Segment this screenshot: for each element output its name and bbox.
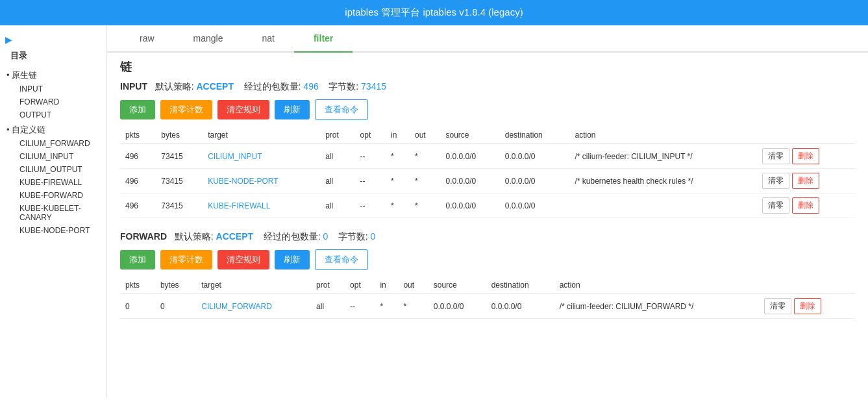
col-destination: destination xyxy=(486,277,554,294)
chain-input: INPUT 默认策略: ACCEPT 经过的包数量: 496 字节数: 7341… xyxy=(120,81,855,218)
cell-pkts: 496 xyxy=(120,144,156,169)
table-row: 0 0 CILIUM_FORWARD all -- * * 0.0.0.0/0 … xyxy=(120,294,855,319)
cell-bytes: 73415 xyxy=(156,169,203,194)
refresh-button-input[interactable]: 刷新 xyxy=(275,100,310,119)
sidebar-item-cilium-input[interactable]: CILIUM_INPUT xyxy=(0,150,106,163)
sidebar-item-kube-firewall[interactable]: KUBE-FIREWALL xyxy=(0,176,106,189)
col-out: out xyxy=(398,277,428,294)
col-destination: destination xyxy=(500,127,570,144)
col-action: action xyxy=(554,277,760,294)
clear-rule-btn[interactable]: 清零 xyxy=(764,298,791,314)
cell-bytes: 0 xyxy=(155,294,196,319)
refresh-button-forward[interactable]: 刷新 xyxy=(275,250,310,269)
add-button-forward[interactable]: 添加 xyxy=(120,250,155,269)
page-header: iptables 管理平台 iptables v1.8.4 (legacy) xyxy=(0,0,868,25)
cell-pkts: 496 xyxy=(120,194,156,218)
cell-bytes: 73415 xyxy=(156,144,203,169)
chain-input-name: INPUT xyxy=(120,81,147,92)
clear-count-button-input[interactable]: 清零计数 xyxy=(160,100,212,119)
chain-input-bytes-label: 字节数: xyxy=(329,81,358,92)
clear-rule-btn[interactable]: 清零 xyxy=(762,197,789,214)
cell-opt: -- xyxy=(355,194,386,218)
sidebar-item-cilium-output[interactable]: CILIUM_OUTPUT xyxy=(0,163,106,176)
clear-rule-btn[interactable]: 清零 xyxy=(762,148,789,164)
cell-destination: 0.0.0.0/0 xyxy=(500,144,570,169)
cell-target[interactable]: KUBE-NODE-PORT xyxy=(203,169,320,194)
table-row: 496 73415 KUBE-FIREWALL all -- * * 0.0.0… xyxy=(120,194,855,218)
cell-destination: 0.0.0.0/0 xyxy=(500,194,570,218)
sidebar-item-input[interactable]: INPUT xyxy=(0,82,106,95)
col-action: action xyxy=(569,127,756,144)
add-button-input[interactable]: 添加 xyxy=(120,100,155,119)
cell-target[interactable]: KUBE-FIREWALL xyxy=(203,194,320,218)
cell-action: /* cilium-feeder: CILIUM_INPUT */ xyxy=(569,144,756,169)
cell-prot: all xyxy=(320,169,354,194)
cell-out: * xyxy=(410,169,441,194)
col-pkts: pkts xyxy=(120,277,155,294)
clear-rule-btn[interactable]: 清零 xyxy=(762,173,789,189)
cell-pkts: 0 xyxy=(120,294,155,319)
tab-filter[interactable]: filter xyxy=(294,25,353,53)
cell-in: * xyxy=(375,294,398,319)
chain-forward-toolbar: 添加 清零计数 清空规则 刷新 查看命令 xyxy=(120,249,855,270)
sidebar-item-cilium-forward[interactable]: CILIUM_FORWARD xyxy=(0,137,106,150)
chain-input-pkts-label: 经过的包数量: xyxy=(244,81,301,92)
clear-count-button-forward[interactable]: 清零计数 xyxy=(160,250,212,269)
col-opt: opt xyxy=(345,277,375,294)
cell-out: * xyxy=(410,144,441,169)
cell-opt: -- xyxy=(345,294,375,319)
cell-source: 0.0.0.0/0 xyxy=(441,194,500,218)
chain-forward-policy-label: 默认策略: xyxy=(175,231,214,242)
cell-source: 0.0.0.0/0 xyxy=(428,294,486,319)
col-actions-ops xyxy=(759,277,855,294)
view-cmd-button-input[interactable]: 查看命令 xyxy=(315,99,368,120)
view-cmd-button-forward[interactable]: 查看命令 xyxy=(315,249,368,270)
col-in: in xyxy=(386,127,410,144)
delete-rule-btn[interactable]: 删除 xyxy=(792,148,819,164)
chain-forward-info: FORWARD 默认策略: ACCEPT 经过的包数量: 0 字节数: 0 xyxy=(120,231,855,243)
cell-destination: 0.0.0.0/0 xyxy=(500,169,570,194)
chain-forward-policy: ACCEPT xyxy=(216,231,254,242)
cell-action: /* kubernetes health check rules */ xyxy=(569,169,756,194)
sidebar-item-forward[interactable]: FORWARD xyxy=(0,95,106,108)
cell-ops: 清零 删除 xyxy=(757,144,855,169)
cell-ops: 清零 删除 xyxy=(757,169,855,194)
delete-rule-btn[interactable]: 删除 xyxy=(792,173,819,189)
chain-input-policy-label: 默认策略: xyxy=(155,81,194,92)
sidebar-item-kube-node-port[interactable]: KUBE-NODE-PORT xyxy=(0,224,106,237)
chain-input-bytes: 73415 xyxy=(361,81,386,92)
delete-rule-btn[interactable]: 删除 xyxy=(794,298,821,314)
cell-action xyxy=(569,194,756,218)
cell-pkts: 496 xyxy=(120,169,156,194)
cell-target[interactable]: CILIUM_FORWARD xyxy=(196,294,311,319)
cell-out: * xyxy=(410,194,441,218)
input-rules-table: pkts bytes target prot opt in out source… xyxy=(120,127,855,218)
table-row: 496 73415 KUBE-NODE-PORT all -- * * 0.0.… xyxy=(120,169,855,194)
cell-target[interactable]: CILIUM_INPUT xyxy=(203,144,320,169)
sidebar-toggle[interactable]: ▶ xyxy=(0,32,106,47)
col-opt: opt xyxy=(355,127,386,144)
tab-nat[interactable]: nat xyxy=(242,25,293,53)
cell-prot: all xyxy=(311,294,345,319)
clear-rules-button-input[interactable]: 清空规则 xyxy=(217,100,269,119)
chains-heading: 链 xyxy=(120,59,855,75)
sidebar-title: 目录 xyxy=(0,47,106,67)
custom-chains-label: • 自定义链 xyxy=(0,121,106,137)
sidebar-item-kube-forward[interactable]: KUBE-FORWARD xyxy=(0,189,106,202)
chain-input-toolbar: 添加 清零计数 清空规则 刷新 查看命令 xyxy=(120,99,855,120)
col-bytes: bytes xyxy=(155,277,196,294)
chain-forward: FORWARD 默认策略: ACCEPT 经过的包数量: 0 字节数: 0 添加… xyxy=(120,231,855,319)
sidebar-item-output[interactable]: OUTPUT xyxy=(0,108,106,121)
cell-ops: 清零 删除 xyxy=(759,294,855,319)
tab-raw[interactable]: raw xyxy=(120,25,174,53)
delete-rule-btn[interactable]: 删除 xyxy=(792,197,819,214)
clear-rules-button-forward[interactable]: 清空规则 xyxy=(217,250,269,269)
chain-input-policy: ACCEPT xyxy=(196,81,234,92)
content-area: raw mangle nat filter 链 INPUT 默认策略: ACCE… xyxy=(107,25,868,398)
tab-mangle[interactable]: mangle xyxy=(174,25,243,53)
cell-bytes: 73415 xyxy=(156,194,203,218)
chain-forward-bytes-label: 字节数: xyxy=(338,231,368,242)
cell-source: 0.0.0.0/0 xyxy=(441,144,500,169)
cell-opt: -- xyxy=(355,169,386,194)
sidebar-item-kube-kubelet-canary[interactable]: KUBE-KUBELET-CANARY xyxy=(0,202,106,224)
